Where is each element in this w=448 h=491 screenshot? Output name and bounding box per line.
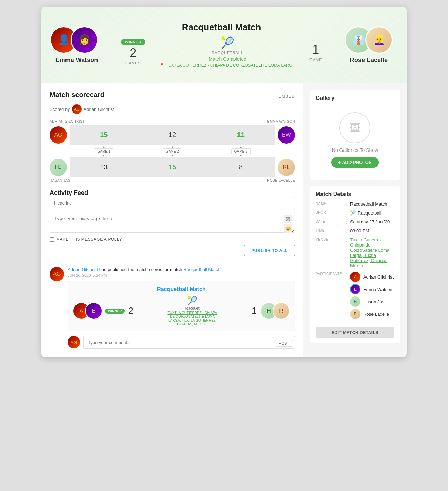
feed-time: JUN 26, 2020, 5:24 PM xyxy=(68,273,295,278)
left-panel: Match scorecard EMBED Scored by AG Adria… xyxy=(41,83,303,357)
team-right: 👔 👱‍♀️ Rose Lacelle xyxy=(345,26,393,64)
post-btn[interactable]: POST xyxy=(275,340,293,347)
feed-match-link[interactable]: Racquetball Match xyxy=(183,267,221,272)
scores-row: WINNER 2 GAMES 🎾 RACQUETBALL Match Compl… xyxy=(121,36,322,68)
comment-input[interactable] xyxy=(83,336,295,349)
venue-link[interactable]: 📍 TUXTLA GUTIERREZ - CHIAPA DE CORZOSATÉ… xyxy=(159,63,296,68)
top-score-2: 12 xyxy=(138,125,207,145)
player-bottom-left-label: HASAN JAS xyxy=(50,179,70,182)
right-score: 1 xyxy=(312,42,319,57)
participant-avatar-3: R xyxy=(350,309,360,319)
detail-sport-value: 🎾 Racquetball xyxy=(350,210,394,216)
game-badge-3: GAME 3 xyxy=(231,148,251,154)
detail-time-label: TIME xyxy=(316,228,343,232)
activity-section: Activity Feed 🖼 😊 MAKE THIS MESSAGE A PO… xyxy=(50,189,295,349)
gallery-title: Gallery xyxy=(316,95,394,101)
match-header: 👤 👩 Emma Watson Racquetball Match WINNER… xyxy=(41,7,407,83)
detail-sport-label: SPORT xyxy=(316,210,343,215)
poll-checkbox-row: MAKE THIS MESSAGE A POLL? xyxy=(50,237,295,242)
feed-user-link[interactable]: Adrian Gilchrist xyxy=(68,267,98,272)
poll-checkbox[interactable] xyxy=(50,237,54,242)
detail-venue-value[interactable]: Tuxtla Gutierrez - Chiapa de CorzoSatéli… xyxy=(350,237,394,268)
scorecard-title: Match scorecard xyxy=(50,91,104,99)
participant-avatar-1: E xyxy=(350,284,360,294)
detail-time-row: TIME : 03:00 PM xyxy=(316,228,394,234)
scored-by-label: Scored by xyxy=(50,107,70,112)
detail-sport-row: SPORT : 🎾 Racquetball xyxy=(316,210,394,216)
headline-input[interactable] xyxy=(50,197,295,209)
add-photos-btn[interactable]: + ADD PHOTOS xyxy=(331,157,378,168)
feed-right-team: 1 H R xyxy=(251,302,290,320)
feed-card-body: A E WINNER 2 🎾 Racquet TUXTLA GUTIERREZ xyxy=(73,296,290,326)
participant-name-0: Adrian Gilchrist xyxy=(363,274,394,280)
feed-winner-badge: WINNER xyxy=(105,309,125,314)
message-input[interactable] xyxy=(50,212,295,233)
feed-card: Racquetball Match A E WINNER 2 xyxy=(68,281,295,331)
feed-venue-link[interactable]: TUXTLA GUTIERREZ - CHIAPADE CORZOSATÉLIT… xyxy=(167,311,217,326)
detail-date-row: DATE : Saturday 27 Jun '20 xyxy=(316,219,394,225)
feed-avatar-a2: E xyxy=(85,302,102,320)
team-left-name: Emma Watson xyxy=(55,56,98,64)
location-icon: 📍 xyxy=(159,63,164,68)
team-right-name: Rose Lacelle xyxy=(350,56,388,64)
left-score-block: WINNER 2 GAMES xyxy=(121,39,146,65)
poll-label: MAKE THIS MESSAGE A POLL? xyxy=(56,237,122,242)
racquetball-icon: 🎾 xyxy=(221,36,234,49)
team-left-avatars: 👤 👩 xyxy=(50,26,98,54)
comment-avatar: AG xyxy=(68,336,80,348)
embed-link[interactable]: EMBED xyxy=(278,94,295,99)
feed-sport-icon: 🎾 xyxy=(187,296,197,305)
bottom-score-3: 8 xyxy=(206,157,275,177)
participant-name-3: Rose Lacelle xyxy=(363,312,389,317)
player-top-right-avatar: EW xyxy=(278,126,295,144)
message-icons: 🖼 😊 xyxy=(284,215,292,233)
detail-participants-row: PARTICIPANTS : A Adrian Gilchrist E Emma… xyxy=(316,272,394,321)
participant-name-2: Hasan Jas xyxy=(363,299,384,304)
publish-btn[interactable]: PUBLISH TO ALL xyxy=(244,245,295,256)
detail-venue-label: VENUE xyxy=(316,237,343,241)
edit-match-details-btn[interactable]: EDIT MATCH DETAILS xyxy=(316,327,394,338)
player-right-label: EMMA WATSON xyxy=(267,119,295,123)
right-score-block: 1 GAME xyxy=(309,42,322,62)
scored-by-row: Scored by AG Adrian Gilchrist xyxy=(50,104,295,114)
activity-title: Activity Feed xyxy=(50,189,88,196)
comment-input-wrap: POST xyxy=(83,336,295,349)
image-upload-icon[interactable]: 🖼 xyxy=(284,215,292,223)
feed-card-center: 🎾 Racquet TUXTLA GUTIERREZ - CHIAPADE CO… xyxy=(167,296,217,326)
feed-action-text: has published the match scores for match xyxy=(99,267,183,272)
bottom-score-row: HJ 13 15 8 RL xyxy=(50,157,295,177)
feed-user-avatar: AG xyxy=(50,267,64,281)
player-top-left-avatar: AG xyxy=(50,126,67,144)
match-status: Match Completed xyxy=(208,56,246,62)
team-left: 👤 👩 Emma Watson xyxy=(55,26,98,64)
player-names-top: ADRIAN GILCHRIST EMMA WATSON xyxy=(50,119,295,123)
feed-sport-label: Racquet xyxy=(185,306,200,310)
gallery-section: Gallery 🖼 No Galleries To Show + ADD PHO… xyxy=(310,90,400,180)
scorecard-table: ADRIAN GILCHRIST EMMA WATSON AG 15 12 11… xyxy=(50,119,295,182)
team-right-avatars: 👔 👱‍♀️ xyxy=(345,26,393,54)
winner-badge: WINNER xyxy=(121,39,146,45)
match-title: Racquetball Match xyxy=(182,22,261,33)
sport-icon-detail: 🎾 xyxy=(350,210,356,216)
feed-card-title[interactable]: Racquetball Match xyxy=(73,286,290,292)
left-score: 2 xyxy=(130,46,136,60)
feed-left-team: A E WINNER 2 xyxy=(73,302,133,320)
top-score-3: 11 xyxy=(206,125,275,145)
avatar-emma: 👩 xyxy=(71,26,98,54)
detail-date-value: Saturday 27 Jun '20 xyxy=(350,219,394,224)
participants-list: A Adrian Gilchrist E Emma Watson H Hasan… xyxy=(350,272,394,321)
participant-row-3: R Rose Lacelle xyxy=(350,309,394,319)
detail-time-value: 03:00 PM xyxy=(350,228,394,233)
right-panel: Gallery 🖼 No Galleries To Show + ADD PHO… xyxy=(303,83,407,357)
match-details-title: Match Details xyxy=(316,191,394,197)
top-score-1: 15 xyxy=(70,125,138,145)
participant-row-1: E Emma Watson xyxy=(350,284,394,294)
sport-name: RACQUETBALL xyxy=(212,51,243,55)
detail-name-label: NAME xyxy=(316,201,343,206)
player-names-bottom: HASAN JAS ROSE LACELLE xyxy=(50,179,295,182)
emoji-icon[interactable]: 😊 xyxy=(284,224,292,233)
page-container: 👤 👩 Emma Watson Racquetball Match WINNER… xyxy=(41,7,407,357)
gallery-empty: 🖼 No Galleries To Show + ADD PHOTOS xyxy=(316,105,394,175)
participant-name-1: Emma Watson xyxy=(363,287,393,292)
detail-name-row: NAME : Racquetball Match xyxy=(316,201,394,207)
